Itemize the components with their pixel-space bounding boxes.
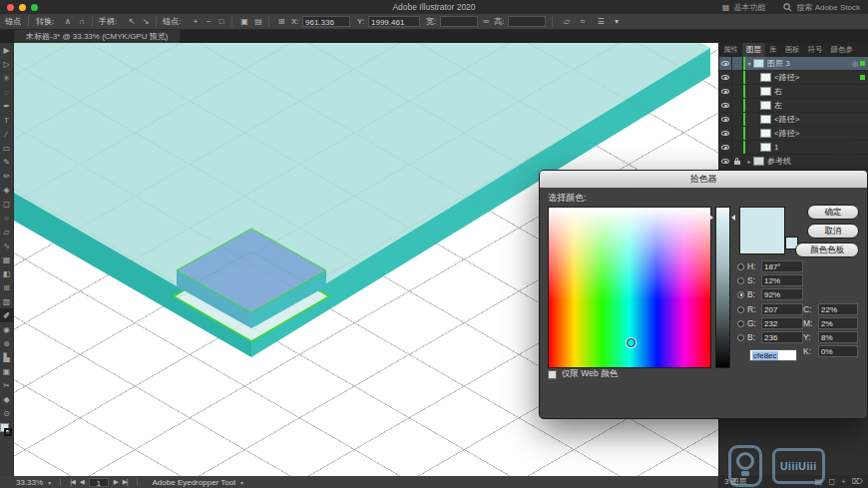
connect-anchor-icon[interactable]: □ [216,16,227,27]
web-colors-checkbox[interactable] [548,370,557,379]
visibility-toggle[interactable] [719,141,732,154]
link-dimensions-icon[interactable]: ∞ [480,16,492,27]
field-input[interactable]: 207 [761,303,803,315]
symbol-sprayer-tool[interactable]: ⊛ [0,336,14,350]
layer-name[interactable]: 左 [774,100,868,111]
rotate-tool[interactable]: ○ [0,211,14,225]
direct-selection-tool[interactable]: ▷ [0,57,14,71]
width-field[interactable] [440,16,478,27]
x-field[interactable]: 961.336 [302,16,350,27]
panel-tab-5[interactable]: 符号 [804,43,827,57]
hex-input[interactable]: cfe8ec [749,349,797,361]
visibility-toggle[interactable] [719,85,732,98]
lock-toggle[interactable] [732,99,743,112]
target-circle-icon[interactable]: ◎ [852,60,858,68]
field-input[interactable]: 22% [818,303,858,315]
field-input[interactable]: 232 [761,317,803,329]
layer-row[interactable]: ▾图层 3◎ [719,57,868,71]
magic-wand-tool[interactable]: ✳ [0,71,14,85]
next-artboard-icon[interactable]: ▶ [114,478,118,486]
layer-name[interactable]: 图层 3 [767,58,852,69]
convert-smooth-icon[interactable]: ∩ [76,16,88,27]
workspace-switcher[interactable]: ▦ 基本功能 [722,2,766,13]
lock-toggle[interactable] [732,85,743,98]
visibility-toggle[interactable] [719,127,732,140]
last-artboard-icon[interactable]: ▶| [123,478,128,486]
lock-toggle[interactable] [732,127,743,140]
visibility-toggle[interactable] [719,71,732,84]
field-radio[interactable] [737,277,744,284]
panel-tab-1[interactable]: 属性 [719,43,742,57]
field-radio[interactable] [737,334,744,341]
isolate-icon[interactable]: ▣ [238,16,250,27]
width-tool[interactable]: ∿ [0,239,14,252]
panel-tab-4[interactable]: 画板 [781,43,804,57]
remove-anchor-icon[interactable]: − [203,16,215,27]
mesh-tool[interactable]: ⊞ [0,280,14,294]
expand-arrow-icon[interactable]: ▸ [745,158,753,165]
scale-tool[interactable]: ▱ [0,225,14,239]
field-input[interactable]: 92% [761,288,803,300]
hide-handles-icon[interactable]: ↘ [140,16,152,27]
convert-corner-icon[interactable]: ∧ [62,16,74,27]
color-swatches-button[interactable]: 颜色色板 [795,243,859,257]
show-handles-icon[interactable]: ↖ [126,16,138,27]
layer-name[interactable]: 右 [774,86,868,97]
visibility-toggle[interactable] [719,113,732,126]
visibility-toggle[interactable] [719,155,732,168]
layer-row[interactable]: <路径> [719,71,868,85]
layer-thumbnail[interactable] [760,115,771,124]
layer-row[interactable]: 左 [719,99,868,113]
panel-tab-2[interactable]: 图层 [742,43,765,57]
layer-thumbnail[interactable] [760,87,771,96]
field-input[interactable]: 2% [818,317,858,329]
zoom-level[interactable]: 33.33% [16,478,43,487]
layer-name[interactable]: 参考线 [767,156,868,167]
visibility-toggle[interactable] [719,99,732,112]
slider-arrow-left-icon[interactable] [709,215,713,221]
ok-button[interactable]: 确定 [807,205,859,220]
type-tool[interactable]: T [0,113,14,127]
rectangle-tool[interactable]: ▭ [0,141,14,155]
shape-builder-tool[interactable]: ◧ [0,266,14,280]
panel-tab-3[interactable]: 库 [765,43,781,57]
expand-arrow-icon[interactable]: ▾ [745,60,753,67]
pencil-tool[interactable]: ✏ [0,169,14,183]
height-field[interactable] [508,16,546,27]
first-artboard-icon[interactable]: |◀ [70,478,75,486]
eraser-tool[interactable]: ◻ [0,197,14,211]
visibility-toggle[interactable] [719,57,732,70]
eyedropper-tool[interactable]: ✐ [0,308,14,322]
layer-row[interactable]: ▸参考线 [719,155,868,169]
fill-stroke-indicator[interactable] [0,423,13,439]
color-marker[interactable] [627,338,636,347]
layer-name[interactable]: <路径> [774,72,860,83]
blend-tool[interactable]: ◉ [0,322,14,336]
artboard-tool[interactable]: ▣ [0,364,14,378]
selection-tool[interactable]: ▶ [0,43,14,57]
layer-name[interactable]: 1 [774,143,868,152]
panel-tab-6[interactable]: 颜色参 [827,43,858,57]
lasso-tool[interactable]: ◌ [0,85,14,99]
artboard-number-field[interactable]: 1 [89,478,109,487]
layer-row[interactable]: 1 [719,141,868,155]
free-transform-tool[interactable]: ▦ [0,252,14,266]
transform-icon[interactable]: ▱ [561,16,573,27]
layer-thumbnail[interactable] [753,59,764,68]
zoom-dropdown-icon[interactable]: ▾ [48,479,51,486]
layer-row[interactable]: <路径> [719,113,868,127]
field-input[interactable]: 0% [818,345,858,357]
layer-thumbnail[interactable] [760,129,771,138]
reference-point-icon[interactable]: ⊞ [275,16,287,27]
lock-toggle[interactable] [732,57,743,70]
stroke-swatch[interactable] [4,428,12,436]
y-field[interactable]: 1999.461 [368,16,420,27]
document-tab[interactable]: 未标题-3* @ 33.33% (CMYK/GPU 预览) [14,30,180,43]
color-spectrum-field[interactable] [548,207,711,368]
slice-tool[interactable]: ✂ [0,378,14,392]
stock-search[interactable]: 搜索 Adobe Stock [783,2,860,13]
field-input[interactable]: 8% [818,331,858,343]
new-layer-icon[interactable]: + [841,477,846,486]
shaper-tool[interactable]: ◈ [0,183,14,197]
zoom-tool[interactable]: ⊙ [0,406,14,420]
